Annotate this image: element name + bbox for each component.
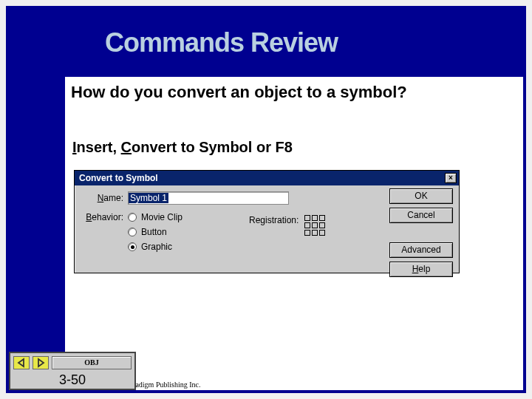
help-button[interactable]: Help (389, 262, 453, 277)
registration-grid[interactable] (304, 215, 325, 236)
advanced-button[interactable]: Advanced (389, 242, 453, 258)
radio-movie-clip-label: Movie Clip (141, 212, 183, 222)
ok-button[interactable]: OK (389, 188, 453, 204)
dialog-button-column: OK Cancel Advanced Help (389, 188, 453, 277)
radio-movie-clip[interactable]: Movie Clip (128, 212, 183, 222)
page-number: 3-50 (10, 371, 134, 389)
prev-arrow-icon[interactable] (13, 356, 30, 369)
name-input[interactable]: Symbol 1 (128, 191, 289, 205)
answer-convert-rest: onvert to Symbol or F8 (132, 139, 293, 155)
convert-to-symbol-dialog: Convert to Symbol × Name: Symbol 1 Behav… (74, 170, 460, 273)
answer-insert-rest: nsert, (77, 139, 121, 155)
radio-icon (128, 213, 137, 222)
radio-icon (128, 228, 137, 236)
spacer (389, 227, 453, 239)
close-icon[interactable]: × (445, 173, 457, 183)
name-value: Symbol 1 (129, 193, 168, 203)
svg-marker-1 (38, 359, 44, 366)
obj-button[interactable]: OBJ (52, 356, 132, 369)
dialog-titlebar: Convert to Symbol × (75, 171, 459, 185)
dialog-title-text: Convert to Symbol (79, 171, 158, 185)
question-text: How do you convert an object to a symbol… (71, 83, 517, 102)
radio-graphic[interactable]: Graphic (128, 242, 183, 252)
registration-label: Registration: (249, 215, 299, 225)
cancel-button[interactable]: Cancel (389, 208, 453, 223)
radio-button-label: Button (141, 227, 167, 237)
answer-text: Insert, Convert to Symbol or F8 (71, 139, 517, 156)
dialog-body: Name: Symbol 1 Behavior: Movie Clip Butt… (75, 185, 459, 273)
radio-graphic-label: Graphic (141, 242, 172, 252)
behavior-label: Behavior: (81, 212, 123, 222)
slide-title: Commands Review (105, 27, 338, 58)
svg-marker-0 (18, 359, 24, 366)
behavior-radio-group: Movie Clip Button Graphic (128, 212, 183, 252)
slide-nav: OBJ 3-50 (9, 352, 136, 390)
radio-icon (128, 242, 137, 251)
answer-convert-underline: C (121, 139, 132, 155)
radio-button[interactable]: Button (128, 227, 183, 237)
name-label: Name: (81, 193, 123, 203)
slide-frame: Commands Review How do you convert an ob… (6, 6, 526, 393)
next-arrow-icon[interactable] (33, 356, 49, 369)
registration-group: Registration: (249, 215, 325, 236)
title-band: Commands Review (9, 9, 523, 77)
nav-top-row: OBJ (10, 353, 134, 371)
